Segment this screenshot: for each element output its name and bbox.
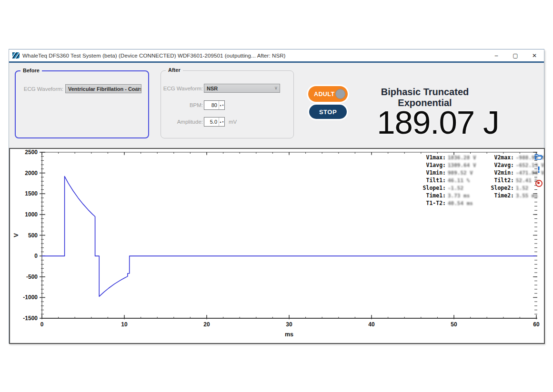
- after-ecg-waveform-label: ECG Waveform:: [163, 86, 203, 91]
- stat-label: Slope2:: [484, 185, 514, 191]
- stat-label: V2max:: [484, 154, 514, 161]
- stat-label: V1min:: [416, 169, 446, 176]
- before-groupbox: Before ECG Waveform: Ventricular Fibrill…: [15, 70, 149, 138]
- energy-readout: 189.07 J: [352, 104, 524, 141]
- record-alarm-icon[interactable]: [534, 179, 543, 187]
- stat-row: V1min:989.52 V: [416, 169, 485, 176]
- before-ecg-waveform-value: Ventricular Fibrillation - Coarse: [68, 86, 141, 92]
- close-button[interactable]: ✕: [525, 49, 544, 61]
- svg-text:20: 20: [203, 321, 210, 328]
- stat-label: V2min:: [484, 169, 514, 176]
- stat-row: V1max:1836.28 V: [416, 154, 485, 161]
- stat-label: T1-T2:: [416, 200, 446, 206]
- open-folder-icon[interactable]: [534, 152, 543, 161]
- svg-text:0: 0: [40, 321, 44, 328]
- stat-row: Tilt1:46.11 %: [416, 176, 485, 184]
- window-title: WhaleTeq DFS360 Test System (beta) (Devi…: [22, 53, 286, 59]
- after-group-label: After: [166, 67, 183, 73]
- stat-label: Time2:: [484, 192, 514, 199]
- stat-label: Tilt1:: [416, 177, 446, 184]
- control-header: Before ECG Waveform: Ventricular Fibrill…: [9, 63, 544, 148]
- stat-value: 40.54 ms: [448, 200, 485, 206]
- app-window: WhaleTeq DFS360 Test System (beta) (Devi…: [9, 49, 544, 343]
- svg-text:-1500: -1500: [23, 315, 38, 322]
- titlebar: WhaleTeq DFS360 Test System (beta) (Devi…: [9, 49, 544, 61]
- stepper-arrows-icon[interactable]: ▲▼: [219, 101, 224, 109]
- svg-text:ms: ms: [285, 331, 293, 338]
- window-controls: – ▢ ✕: [487, 49, 544, 61]
- svg-text:V: V: [12, 233, 20, 237]
- adult-toggle-label: ADULT: [314, 91, 334, 98]
- svg-text:50: 50: [451, 321, 457, 328]
- svg-text:-500: -500: [26, 274, 38, 280]
- chevron-down-icon: ∨: [274, 85, 278, 90]
- stat-value: 1836.28 V: [448, 155, 485, 161]
- after-ecg-waveform-value: NSR: [207, 86, 218, 91]
- record-glyph: [535, 180, 543, 187]
- svg-text:1000: 1000: [25, 211, 38, 218]
- stat-value: 1309.64 V: [448, 162, 485, 168]
- stat-label: V2avg:: [484, 162, 514, 168]
- stat-label: Tilt2:: [484, 177, 514, 184]
- chevron-down-icon: ∨: [136, 86, 139, 91]
- chart-panel: 010203040506025002000150010005000-500-10…: [9, 148, 545, 344]
- before-ecg-waveform-label: ECG Waveform:: [22, 86, 63, 92]
- amplitude-label: Amplitude:: [163, 119, 203, 125]
- stat-value: 3.55 ms: [516, 193, 553, 199]
- svg-text:60: 60: [533, 321, 540, 328]
- warning-exclamation-icon[interactable]: !: [534, 166, 543, 174]
- stepper-arrows-icon[interactable]: ▲▼: [219, 118, 224, 126]
- svg-text:30: 30: [286, 321, 292, 328]
- maximize-button[interactable]: ▢: [506, 49, 525, 61]
- amplitude-unit: mV: [229, 119, 237, 125]
- bpm-label: BPM:: [163, 102, 203, 108]
- stat-row: Slope1:-1.52: [416, 184, 485, 192]
- adult-mode-toggle[interactable]: ADULT: [308, 86, 348, 102]
- stat-row: Time2:3.55 ms: [484, 192, 553, 199]
- svg-text:10: 10: [121, 321, 128, 328]
- svg-text:1500: 1500: [25, 190, 38, 197]
- svg-text:2500: 2500: [25, 149, 38, 156]
- stat-label: Time1:: [416, 192, 446, 199]
- stop-button[interactable]: STOP: [309, 105, 347, 119]
- stat-row: V1avg:1309.64 V: [416, 161, 485, 169]
- stat-label: Slope1:: [416, 185, 446, 191]
- exclamation-glyph: !: [537, 165, 541, 175]
- amplitude-stepper[interactable]: 5.0 ▲▼: [204, 117, 225, 127]
- app-logo-icon: [12, 52, 20, 59]
- after-ecg-waveform-select[interactable]: NSR ∨: [204, 84, 280, 93]
- svg-text:2000: 2000: [25, 170, 38, 176]
- stat-label: V1avg:: [416, 162, 446, 168]
- svg-text:40: 40: [368, 321, 375, 328]
- stat-value: -1.52: [448, 185, 485, 191]
- before-ecg-waveform-select[interactable]: Ventricular Fibrillation - Coarse ∨: [65, 84, 141, 93]
- chart-toolbar: !: [534, 152, 543, 187]
- bpm-value: 80: [204, 101, 219, 109]
- stat-row: T1-T2:40.54 ms: [416, 199, 485, 207]
- amplitude-value: 5.0: [204, 118, 219, 126]
- after-groupbox: After ECG Waveform: NSR ∨ BPM: 80 ▲▼ Amp…: [161, 70, 294, 138]
- svg-text:500: 500: [28, 232, 38, 239]
- stat-value: 46.11 %: [448, 177, 485, 184]
- stat-value: 3.73 ms: [448, 193, 485, 199]
- svg-text:-1000: -1000: [23, 294, 38, 301]
- stat-row: Time1:3.73 ms: [416, 192, 485, 199]
- bpm-stepper[interactable]: 80 ▲▼: [204, 100, 225, 110]
- toggle-knob[interactable]: [335, 89, 345, 99]
- stat-label: V1max:: [416, 154, 446, 161]
- minimize-button[interactable]: –: [487, 49, 506, 61]
- before-group-label: Before: [20, 68, 42, 73]
- stats-col-left: V1max:1836.28 VV1avg:1309.64 VV1min:989.…: [416, 154, 485, 207]
- stop-button-label: STOP: [319, 108, 337, 116]
- svg-text:0: 0: [34, 253, 38, 259]
- stat-value: 989.52 V: [448, 170, 485, 176]
